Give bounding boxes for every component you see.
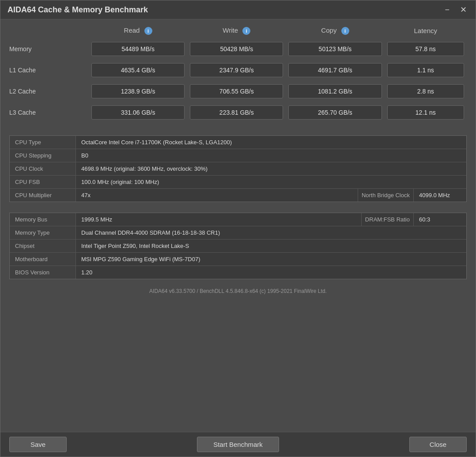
- cpu-info-section: CPU Type OctalCore Intel Core i7-11700K …: [9, 135, 467, 202]
- info-value-split: 1999.5 MHz DRAM:FSB Ratio 60:3: [76, 213, 466, 226]
- info-value: Intel Tiger Point Z590, Intel Rocket Lak…: [76, 240, 466, 252]
- read-info-icon[interactable]: i: [144, 27, 152, 35]
- memory-info-row: BIOS Version 1.20: [10, 266, 466, 279]
- bench-latency-cell: 12.1 ns: [385, 102, 467, 123]
- start-benchmark-button[interactable]: Start Benchmark: [197, 437, 279, 452]
- bench-read-value: 331.06 GB/s: [91, 105, 185, 120]
- info-right-val: 60:3: [413, 213, 466, 226]
- bench-latency-value: 2.8 ns: [387, 84, 464, 98]
- bench-copy-value: 4691.7 GB/s: [288, 63, 382, 77]
- info-label: CPU Clock: [10, 162, 76, 175]
- save-button[interactable]: Save: [9, 437, 67, 452]
- bench-row-l1-cache: L1 Cache 4635.4 GB/s 2347.9 GB/s 4691.7 …: [9, 60, 467, 81]
- bench-latency-value: 1.1 ns: [387, 63, 464, 77]
- memory-info-row: Memory Type Dual Channel DDR4-4000 SDRAM…: [10, 226, 466, 240]
- bench-label: Memory: [9, 38, 89, 60]
- info-value-split: 47x North Bridge Clock 4099.0 MHz: [76, 189, 466, 202]
- window-title: AIDA64 Cache & Memory Benchmark: [8, 5, 148, 15]
- cpu-info-row: CPU Clock 4698.9 MHz (original: 3600 MHz…: [10, 162, 466, 176]
- bench-row-l3-cache: L3 Cache 331.06 GB/s 223.81 GB/s 265.70 …: [9, 102, 467, 123]
- bench-read-cell: 4635.4 GB/s: [89, 60, 187, 81]
- info-right-label: North Bridge Clock: [358, 189, 413, 202]
- info-label: CPU Type: [10, 136, 76, 149]
- col-read-header: Read i: [89, 26, 187, 38]
- cpu-info-row: CPU Type OctalCore Intel Core i7-11700K …: [10, 136, 466, 149]
- cpu-info-row: CPU FSB 100.0 MHz (original: 100 MHz): [10, 176, 466, 189]
- bench-read-value: 1238.9 GB/s: [91, 84, 185, 98]
- bench-write-value: 706.55 GB/s: [190, 84, 283, 98]
- info-value: MSI MPG Z590 Gaming Edge WiFi (MS-7D07): [76, 253, 466, 266]
- info-label: CPU FSB: [10, 176, 76, 188]
- bench-copy-cell: 265.70 GB/s: [286, 102, 384, 123]
- memory-info-section: Memory Bus 1999.5 MHz DRAM:FSB Ratio 60:…: [9, 213, 467, 279]
- bench-copy-cell: 1081.2 GB/s: [286, 81, 384, 102]
- write-info-icon[interactable]: i: [242, 27, 250, 35]
- bench-copy-cell: 4691.7 GB/s: [286, 60, 384, 81]
- main-window: AIDA64 Cache & Memory Benchmark − ✕ Read…: [0, 0, 476, 457]
- close-button[interactable]: ✕: [458, 5, 468, 15]
- memory-info-row: Chipset Intel Tiger Point Z590, Intel Ro…: [10, 240, 466, 253]
- info-value: Dual Channel DDR4-4000 SDRAM (16-18-18-3…: [76, 226, 466, 239]
- info-right-label: DRAM:FSB Ratio: [361, 213, 413, 226]
- bench-row-l2-cache: L2 Cache 1238.9 GB/s 706.55 GB/s 1081.2 …: [9, 81, 467, 102]
- cpu-info-row: CPU Multiplier 47x North Bridge Clock 40…: [10, 189, 466, 202]
- col-write-header: Write i: [187, 26, 286, 38]
- info-value: 1.20: [76, 266, 466, 279]
- bench-label: L3 Cache: [9, 102, 89, 123]
- info-label: Chipset: [10, 240, 76, 252]
- benchmark-table: Read i Write i Copy i Latency Memory: [9, 26, 467, 123]
- memory-info-row: Motherboard MSI MPG Z590 Gaming Edge WiF…: [10, 253, 466, 266]
- bench-latency-cell: 1.1 ns: [385, 60, 467, 81]
- bench-latency-cell: 57.8 ns: [385, 38, 467, 60]
- bench-write-value: 50428 MB/s: [190, 42, 283, 56]
- info-right-val: 4099.0 MHz: [413, 189, 466, 202]
- bench-row-memory: Memory 54489 MB/s 50428 MB/s 50123 MB/s …: [9, 38, 467, 60]
- info-label: CPU Multiplier: [10, 189, 76, 202]
- memory-info-row: Memory Bus 1999.5 MHz DRAM:FSB Ratio 60:…: [10, 213, 466, 226]
- info-value-left: 47x: [76, 189, 358, 202]
- info-value: B0: [76, 149, 466, 162]
- bench-copy-cell: 50123 MB/s: [286, 38, 384, 60]
- bench-write-value: 2347.9 GB/s: [190, 63, 283, 77]
- info-label: Motherboard: [10, 253, 76, 266]
- bench-read-value: 54489 MB/s: [91, 42, 185, 56]
- close-action-button[interactable]: Close: [409, 437, 467, 452]
- title-bar: AIDA64 Cache & Memory Benchmark − ✕: [0, 0, 476, 19]
- info-value: OctalCore Intel Core i7-11700K (Rocket L…: [76, 136, 466, 149]
- window-controls: − ✕: [443, 5, 468, 15]
- info-label: Memory Type: [10, 226, 76, 239]
- bench-label: L1 Cache: [9, 60, 89, 81]
- bench-latency-value: 57.8 ns: [387, 42, 464, 56]
- bench-latency-value: 12.1 ns: [387, 105, 464, 120]
- bottom-bar: Save Start Benchmark Close: [0, 432, 476, 457]
- copy-info-icon[interactable]: i: [341, 27, 349, 35]
- bench-read-cell: 1238.9 GB/s: [89, 81, 187, 102]
- bench-latency-cell: 2.8 ns: [385, 81, 467, 102]
- bench-write-cell: 50428 MB/s: [187, 38, 286, 60]
- bench-write-value: 223.81 GB/s: [190, 105, 283, 120]
- bench-copy-value: 1081.2 GB/s: [288, 84, 382, 98]
- bench-copy-value: 265.70 GB/s: [288, 105, 382, 120]
- bench-write-cell: 706.55 GB/s: [187, 81, 286, 102]
- bench-copy-value: 50123 MB/s: [288, 42, 382, 56]
- col-copy-header: Copy i: [286, 26, 384, 38]
- cpu-info-row: CPU Stepping B0: [10, 149, 466, 162]
- col-latency-header: Latency: [385, 26, 467, 38]
- bench-write-cell: 2347.9 GB/s: [187, 60, 286, 81]
- info-label: Memory Bus: [10, 213, 76, 226]
- content-area: Read i Write i Copy i Latency Memory: [0, 19, 476, 432]
- bench-read-value: 4635.4 GB/s: [91, 63, 185, 77]
- bench-write-cell: 223.81 GB/s: [187, 102, 286, 123]
- col-label-header: [9, 26, 89, 38]
- info-label: BIOS Version: [10, 266, 76, 279]
- info-value: 4698.9 MHz (original: 3600 MHz, overcloc…: [76, 162, 466, 175]
- bench-label: L2 Cache: [9, 81, 89, 102]
- bench-read-cell: 54489 MB/s: [89, 38, 187, 60]
- info-label: CPU Stepping: [10, 149, 76, 162]
- footer-text: AIDA64 v6.33.5700 / BenchDLL 4.5.846.8-x…: [9, 285, 467, 296]
- info-value-left: 1999.5 MHz: [76, 213, 361, 226]
- info-value: 100.0 MHz (original: 100 MHz): [76, 176, 466, 188]
- bench-read-cell: 331.06 GB/s: [89, 102, 187, 123]
- minimize-button[interactable]: −: [443, 5, 451, 15]
